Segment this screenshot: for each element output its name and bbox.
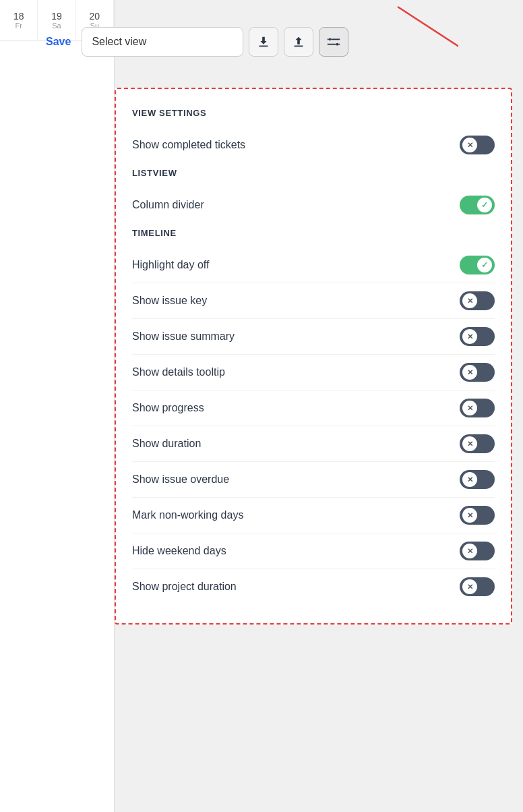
- toggle-knob: ✕: [462, 579, 477, 594]
- svg-point-2: [329, 38, 332, 41]
- listview-title: LISTVIEW: [132, 168, 495, 178]
- show-duration-toggle[interactable]: ✕: [460, 434, 495, 453]
- highlight-day-off-label: Highlight day off: [132, 259, 209, 271]
- download-button[interactable]: [249, 27, 278, 57]
- show-issue-overdue-row: Show issue overdue ✕: [132, 462, 495, 498]
- download-icon: [256, 34, 271, 49]
- toggle-knob: ✕: [462, 329, 477, 344]
- column-divider-label: Column divider: [132, 199, 204, 211]
- view-settings-title: VIEW SETTINGS: [132, 108, 495, 118]
- toggle-knob: ✕: [462, 293, 477, 308]
- show-progress-toggle[interactable]: ✕: [460, 399, 495, 417]
- toggle-knob: ✕: [462, 472, 477, 487]
- select-view-input[interactable]: [82, 27, 243, 57]
- column-divider-toggle[interactable]: ✓: [460, 196, 495, 214]
- show-progress-row: Show progress ✕: [132, 390, 495, 426]
- show-details-tooltip-toggle[interactable]: ✕: [460, 363, 495, 382]
- mark-non-working-days-row: Mark non-working days ✕: [132, 498, 495, 533]
- show-details-tooltip-row: Show details tooltip ✕: [132, 355, 495, 390]
- show-issue-overdue-toggle[interactable]: ✕: [460, 470, 495, 489]
- hide-weekend-days-label: Hide weekend days: [132, 545, 226, 557]
- toggle-knob: ✓: [477, 198, 492, 212]
- toggle-knob: ✕: [462, 365, 477, 380]
- show-project-duration-label: Show project duration: [132, 581, 237, 593]
- show-details-tooltip-label: Show details tooltip: [132, 366, 225, 378]
- hide-weekend-days-row: Hide weekend days ✕: [132, 533, 495, 569]
- highlight-day-off-toggle[interactable]: ✓: [460, 256, 495, 274]
- show-issue-summary-label: Show issue summary: [132, 330, 235, 343]
- calendar-day-fr: 18 Fr: [0, 0, 38, 40]
- show-completed-tickets-toggle[interactable]: ✕: [460, 136, 495, 154]
- settings-panel: VIEW SETTINGS Show completed tickets ✕ L…: [115, 88, 512, 625]
- show-completed-tickets-row: Show completed tickets ✕: [132, 127, 495, 163]
- show-issue-overdue-label: Show issue overdue: [132, 473, 229, 486]
- upload-icon: [291, 34, 306, 49]
- red-arrow-indicator: [377, 0, 458, 61]
- view-settings-section: VIEW SETTINGS Show completed tickets ✕: [132, 108, 495, 163]
- timeline-section: TIMELINE Highlight day off ✓ Show issue …: [132, 228, 495, 604]
- toggle-knob: ✓: [477, 258, 492, 272]
- show-project-duration-row: Show project duration ✕: [132, 569, 495, 604]
- show-issue-key-label: Show issue key: [132, 295, 207, 307]
- show-duration-label: Show duration: [132, 438, 201, 450]
- show-project-duration-toggle[interactable]: ✕: [460, 577, 495, 596]
- toggle-knob: ✕: [462, 436, 477, 451]
- toolbar: Save: [40, 27, 348, 57]
- show-duration-row: Show duration ✕: [132, 426, 495, 462]
- save-button[interactable]: Save: [40, 33, 76, 51]
- mark-non-working-days-toggle[interactable]: ✕: [460, 506, 495, 525]
- listview-section: LISTVIEW Column divider ✓: [132, 168, 495, 223]
- toggle-knob: ✕: [462, 138, 477, 152]
- upload-button[interactable]: [284, 27, 313, 57]
- show-issue-key-toggle[interactable]: ✕: [460, 291, 495, 310]
- svg-point-3: [336, 43, 339, 46]
- filter-settings-icon: [326, 34, 341, 49]
- show-issue-summary-toggle[interactable]: ✕: [460, 327, 495, 346]
- hide-weekend-days-toggle[interactable]: ✕: [460, 542, 495, 560]
- show-issue-key-row: Show issue key ✕: [132, 283, 495, 319]
- column-divider-row: Column divider ✓: [132, 187, 495, 223]
- settings-filter-button[interactable]: [319, 27, 348, 57]
- svg-line-1: [398, 7, 458, 51]
- show-completed-tickets-label: Show completed tickets: [132, 139, 245, 151]
- highlight-day-off-row: Highlight day off ✓: [132, 248, 495, 283]
- show-issue-summary-row: Show issue summary ✕: [132, 319, 495, 355]
- mark-non-working-days-label: Mark non-working days: [132, 509, 243, 521]
- calendar-background: 18 Fr 19 Sa 20 Su: [0, 0, 115, 812]
- toggle-knob: ✕: [462, 544, 477, 558]
- toggle-knob: ✕: [462, 508, 477, 523]
- toggle-knob: ✕: [462, 401, 477, 415]
- timeline-title: TIMELINE: [132, 228, 495, 238]
- show-progress-label: Show progress: [132, 402, 204, 414]
